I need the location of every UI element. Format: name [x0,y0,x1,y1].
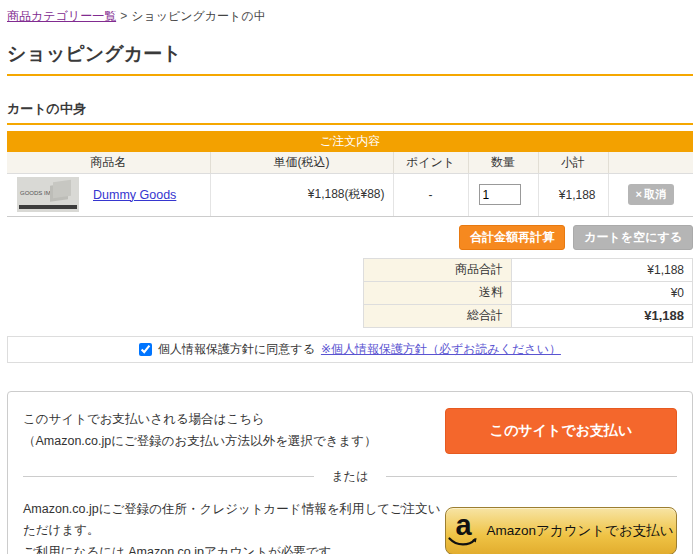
site-payment-row: このサイトでお支払いされる場合はこちら （Amazon.co.jpにご登録のお支… [23,408,677,454]
shipping-label: 送料 [364,281,512,304]
amazon-payment-row: Amazon.co.jpにご登録の住所・クレジットカード情報を利用してご注文いた… [23,499,677,554]
privacy-policy-link[interactable]: ※個人情報保護方針（必ずお読みください） [321,341,561,358]
col-subtotal: 小計 [538,152,608,173]
points-cell: - [393,173,468,216]
site-payment-line1: このサイトでお支払いされる場合はこちら [23,409,377,431]
shopping-cart-page: 商品カテゴリー一覧>ショッピングカートの中 ショッピングカート カートの中身 ご… [0,0,700,554]
amazon-a-letter: a [455,514,471,537]
page-title: ショッピングカート [7,41,693,76]
amazon-pay-label: Amazonアカウントでお支払い [486,522,673,540]
order-details-header: ご注文内容 [7,131,693,152]
amazon-pay-button[interactable]: a Amazonアカウントでお支払い [445,507,677,554]
amazon-payment-line1: Amazon.co.jpにご登録の住所・クレジットカード情報を利用してご注文いた… [23,499,445,543]
col-quantity: 数量 [468,152,538,173]
col-unit-price: 単価(税込) [210,152,393,173]
quantity-input[interactable] [479,184,521,205]
or-divider: または [23,468,677,485]
privacy-agree-checkbox[interactable] [139,343,152,356]
or-label: または [314,468,387,485]
cube-graphic [53,180,71,199]
site-payment-line2: （Amazon.co.jpにご登録のお支払い方法以外を選択できます） [23,431,377,453]
grand-total-label: 総合計 [364,304,512,327]
table-row: 総合計 ¥1,188 [364,304,693,327]
thumbnail-bar [19,205,77,209]
cancel-item-button[interactable]: ×取消 [628,184,674,205]
amazon-logo-icon: a [448,514,478,548]
table-row: 送料 ¥0 [364,281,693,304]
breadcrumb-separator: > [120,9,127,23]
product-name-link[interactable]: Dummy Goods [93,188,176,202]
product-cell: GOODS IMAGE Dummy Goods [7,177,210,212]
col-actions [608,152,693,173]
breadcrumb-current: ショッピングカートの中 [131,9,266,23]
divider-line [386,476,677,477]
table-row: 商品合計 ¥1,188 [364,258,693,281]
divider-line [23,476,314,477]
close-icon: × [636,188,642,200]
col-product-name: 商品名 [7,152,210,173]
product-thumbnail: GOODS IMAGE [17,177,79,212]
amazon-payment-description: Amazon.co.jpにご登録の住所・クレジットカード情報を利用してご注文いた… [23,499,445,554]
cart-item-row: GOODS IMAGE Dummy Goods ¥1,188(税¥88) - ¥… [7,173,693,216]
unit-price-cell: ¥1,188(税¥88) [210,173,393,216]
col-points: ポイント [393,152,468,173]
amazon-smile-icon [448,537,478,548]
cart-actions: 合計金額再計算 カートを空にする [7,225,693,250]
items-total-value: ¥1,188 [512,258,693,281]
recalculate-total-button[interactable]: 合計金額再計算 [459,225,565,250]
pay-on-site-button[interactable]: このサイトでお支払い [445,408,677,454]
cart-table-header-row: 商品名 単価(税込) ポイント 数量 小計 [7,152,693,173]
empty-cart-button[interactable]: カートを空にする [573,225,693,250]
totals-table: 商品合計 ¥1,188 送料 ¥0 総合計 ¥1,188 [363,258,693,328]
subtotal-cell: ¥1,188 [538,173,608,216]
cart-table: 商品名 単価(税込) ポイント 数量 小計 GOODS IMAGE [7,152,693,217]
shipping-value: ¥0 [512,281,693,304]
cart-contents-heading: カートの中身 [7,100,693,125]
items-total-label: 商品合計 [364,258,512,281]
amazon-payment-line2: ご利用になるには Amazon.co.jpアカウントが必要です。 [23,542,445,554]
breadcrumb-category-link[interactable]: 商品カテゴリー一覧 [7,9,116,23]
site-payment-description: このサイトでお支払いされる場合はこちら （Amazon.co.jpにご登録のお支… [23,409,377,453]
cancel-label: 取消 [644,188,666,200]
grand-total-value: ¥1,188 [512,304,693,327]
privacy-agreement-bar: 個人情報保護方針に同意する ※個人情報保護方針（必ずお読みください） [7,336,693,363]
breadcrumb: 商品カテゴリー一覧>ショッピングカートの中 [7,8,693,25]
payment-options-box: このサイトでお支払いされる場合はこちら （Amazon.co.jpにご登録のお支… [7,391,693,554]
privacy-agree-label: 個人情報保護方針に同意する [158,341,315,358]
